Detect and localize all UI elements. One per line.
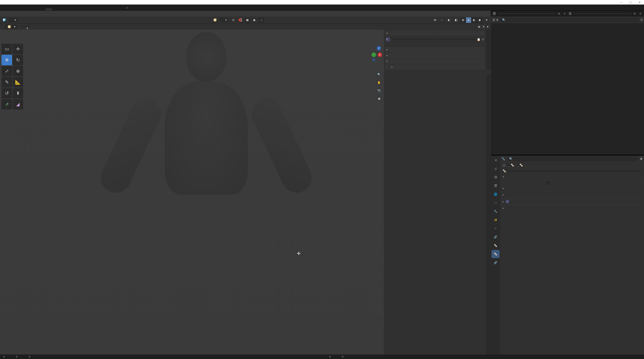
n-tab-bonelayers[interactable] [486,70,491,75]
properties-editor-type-icon[interactable]: 🔧 [502,157,505,161]
prop-tab-bone-constraints[interactable]: 🔗 [492,259,500,267]
workspace-tab-texturepaint[interactable] [73,8,80,10]
pivot-icon[interactable]: ⊙ [230,17,236,23]
workspace-tab-rendering[interactable] [95,8,102,10]
prop-tab-bone[interactable]: 🦴 [492,250,500,258]
outliner-search-input[interactable]: 🔍 [500,18,639,22]
drag-dropdown[interactable] [22,26,30,27]
filter-funnel-icon[interactable]: ▽ [482,38,484,41]
prop-tab-render[interactable]: 🖥 [492,156,500,164]
deform-checkbox[interactable]: ✓ [386,37,390,41]
section-transform[interactable]: ▾ ⋯ [502,174,642,180]
tool-roll[interactable]: ↺ [2,88,12,98]
section-deform[interactable]: ▸ ✓ [502,198,642,205]
workspace-tab-compositing[interactable] [102,8,109,10]
panel-layer-tools[interactable]: ▸ [385,47,485,52]
visibility-icon[interactable]: 👁 [432,17,438,23]
viewlayer-new-icon[interactable]: ⧉ [632,11,637,16]
shading-options-dropdown-icon[interactable]: ▾ [484,17,490,23]
snap-target[interactable]: ▦ [245,17,250,23]
panel-layer-management[interactable]: ▾ ⋯ [385,31,485,36]
prop-tab-constraints[interactable]: 🔗 [492,233,500,241]
minimize-button[interactable]: ─ [618,1,625,4]
prop-tab-modifiers[interactable]: 🔧 [492,207,500,215]
scene-new-icon[interactable]: ⧉ [557,11,561,16]
workspace-tab-scripting[interactable] [116,8,123,10]
shading-material[interactable]: ◐ [471,17,477,23]
properties-options-icon[interactable]: ⚙ [640,157,642,161]
scene-browse-icon[interactable]: 🎬 [492,11,497,16]
workspace-tab-layout[interactable] [45,8,52,10]
viewport-canvas[interactable]: ▭ ✛ ✥ ↻ ⤢ ⊕ ✎ 📐 ↺ ⬍ [0,30,491,354]
shading-solid[interactable]: ● [466,17,471,23]
n-tab-quadremesh[interactable] [486,65,491,70]
outliner-filter-icon[interactable]: ▽ [640,18,642,22]
filter-a-icon[interactable]: ⊞ [478,25,480,28]
n-tab-view[interactable] [486,40,491,45]
n-tab-speedretopo[interactable] [486,55,491,60]
n-tab-fluent[interactable] [486,60,491,65]
workspace-tab-add[interactable]: + [123,5,131,10]
nav-zoom-icon[interactable]: 🔍 [376,71,382,78]
workspace-tab-modeling[interactable] [52,8,59,10]
options-dropdown[interactable]: ▾ [487,25,489,28]
viewlayer-browse-icon[interactable]: 🖼 [568,11,572,16]
n-tab-rename[interactable] [486,75,491,80]
navigation-gizmo[interactable]: Z X [364,44,383,62]
deform-checkbox[interactable]: ✓ [506,200,509,203]
proportional-icon[interactable]: ◉ [252,17,257,23]
prop-tab-world[interactable]: 🌐 [492,190,500,198]
maximize-button[interactable]: ▢ [627,1,634,4]
nav-pan-icon[interactable]: ✋ [376,79,382,86]
editor-type-icon[interactable]: 🧊 [2,17,7,23]
prop-tab-particles[interactable]: ✨ [492,216,500,224]
tool-extrude[interactable]: ⇗ [2,99,12,110]
transform-orientation-dropdown[interactable] [219,18,229,22]
tool-cursor[interactable]: ✛ [13,44,23,54]
tool-rotate[interactable]: ↻ [13,55,23,65]
outliner-editor-type-icon[interactable]: ☰ [493,18,495,22]
section-relations[interactable]: ▸ [502,192,642,198]
prop-tab-scene[interactable]: 🎬 [492,182,500,190]
panel-options[interactable]: ▸ [385,64,485,70]
prop-tab-viewlayer[interactable]: 🖼 [492,173,500,181]
scene-delete-icon[interactable]: ✕ [562,11,567,16]
scene-name-field[interactable] [498,13,556,14]
deform-button[interactable] [391,39,433,40]
prop-tab-physics[interactable]: ⚛ [492,224,500,232]
properties-search-input[interactable]: 🔍 [507,157,638,161]
workspace-tab-geonodes[interactable] [109,8,116,10]
panel-menu-icon[interactable]: ⋯ [481,32,484,35]
shading-rendered[interactable]: ◉ [477,17,482,23]
clipboard-icon[interactable]: 📋 [477,38,480,41]
tool-annotate[interactable]: ✎ [2,77,12,87]
workspace-tab-sculpting[interactable] [59,8,66,10]
outliner-display-mode-icon[interactable]: ▾ [497,18,498,22]
tool-measure[interactable]: 📐 [13,77,23,87]
n-tab-retopology[interactable] [486,50,491,55]
nav-perspective-icon[interactable]: ▦ [376,95,382,102]
prop-tab-output[interactable]: 🖨 [492,165,500,173]
xray-icon[interactable]: ◧ [453,17,459,23]
overlays-icon[interactable]: ◐ [446,17,452,23]
tool-transform[interactable]: ⊕ [13,66,23,76]
bone-name-input[interactable] [508,170,641,172]
snap-icon[interactable]: 🧲 [237,17,243,23]
nav-camera-icon[interactable]: 📷 [376,87,382,94]
transform-orientation-icon[interactable]: 🧭 [212,17,218,23]
workspace-tab-animation[interactable] [88,8,95,10]
workspace-tab-uvediting[interactable] [66,8,73,10]
viewlayer-delete-icon[interactable]: ✕ [638,11,642,16]
shading-wireframe[interactable]: ⊞ [460,17,466,23]
filter-b-icon[interactable]: X [483,25,485,28]
tool-shear[interactable]: ◢ [13,99,23,110]
n-tab-edit[interactable] [486,45,491,50]
panel-rig-properties[interactable]: ▾ [385,59,485,64]
n-tab-tool[interactable] [486,35,491,40]
section-bendy-bones[interactable]: ▸ [502,185,642,192]
n-tab-item[interactable] [486,30,491,35]
section-custom-properties[interactable]: ▸ [502,205,642,212]
orientation-dropdown[interactable]: 🧭 [5,25,17,29]
lock-checkbox[interactable] [546,181,550,185]
deformer-filter-button[interactable] [434,39,475,40]
